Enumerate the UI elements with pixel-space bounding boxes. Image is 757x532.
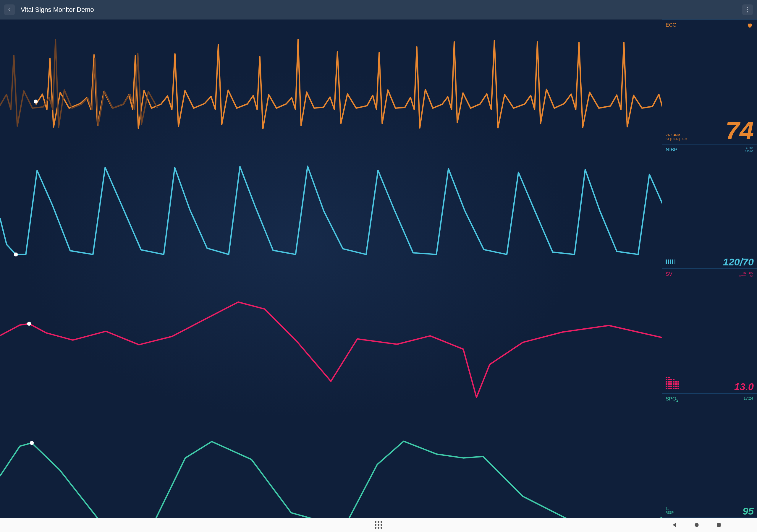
- svg-rect-5: [717, 523, 721, 527]
- page-title: Vital Signs Monitor Demo: [21, 6, 742, 14]
- ecg-subtext: V1- 1.4MM ST |+ 0.6 ||+ 0.9: [666, 133, 687, 141]
- nav-back-button[interactable]: [671, 522, 677, 528]
- nav-home-button[interactable]: [694, 522, 700, 528]
- vitals-sidebar: ECG 74 V1- 1.4MM ST |+ 0.6 ||+ 0.9 NIBP …: [662, 19, 757, 518]
- ecg-waveform-row: [0, 19, 662, 152]
- spo2-waveform-row: [0, 416, 662, 532]
- android-navbar: [0, 518, 757, 532]
- sv-topright: ML %***** 100 55: [739, 271, 753, 278]
- svg-point-0: [34, 100, 38, 103]
- sv-bars-icon: [666, 377, 679, 389]
- sv-label: SV: [666, 271, 672, 277]
- svg-point-1: [14, 252, 18, 256]
- spo2-subtext: 71- RESP: [666, 507, 674, 515]
- ecg-value: 74: [725, 119, 754, 142]
- nibp-waveform-row: [0, 152, 662, 284]
- more-vertical-icon: [747, 7, 748, 13]
- sv-value: 13.0: [734, 381, 754, 393]
- nibp-topright: AUTO 145/95: [745, 147, 753, 153]
- nav-recent-button[interactable]: [716, 522, 721, 528]
- sv-waveform-row: [0, 284, 662, 416]
- ecg-label: ECG: [666, 22, 677, 28]
- spo2-label: SPO2: [666, 396, 678, 402]
- ecg-panel[interactable]: ECG 74 V1- 1.4MM ST |+ 0.6 ||+ 0.9: [662, 19, 757, 144]
- back-button[interactable]: [4, 4, 15, 15]
- svg-point-3: [30, 441, 34, 445]
- nibp-value: 120/70: [723, 256, 754, 268]
- chevron-left-icon: [7, 8, 12, 12]
- waveform-area: [0, 19, 662, 518]
- spo2-value: 95: [742, 505, 754, 517]
- nibp-panel[interactable]: NIBP AUTO 145/95 120/70: [662, 144, 757, 269]
- svg-point-2: [27, 322, 31, 326]
- more-menu-button[interactable]: [742, 4, 753, 15]
- svg-point-4: [695, 523, 698, 527]
- main-content: ECG 74 V1- 1.4MM ST |+ 0.6 ||+ 0.9 NIBP …: [0, 19, 757, 518]
- sv-panel[interactable]: SV ML %***** 100 55: [662, 269, 757, 393]
- app-drawer-button[interactable]: [375, 521, 382, 529]
- app-header: Vital Signs Monitor Demo: [0, 0, 757, 19]
- spo2-time: 17:24: [743, 396, 753, 401]
- nibp-label: NIBP: [666, 147, 678, 153]
- nibp-bars-icon: [666, 259, 675, 264]
- spo2-panel[interactable]: SPO2 17:24 71- RESP 95: [662, 393, 757, 518]
- heart-icon: [747, 22, 753, 30]
